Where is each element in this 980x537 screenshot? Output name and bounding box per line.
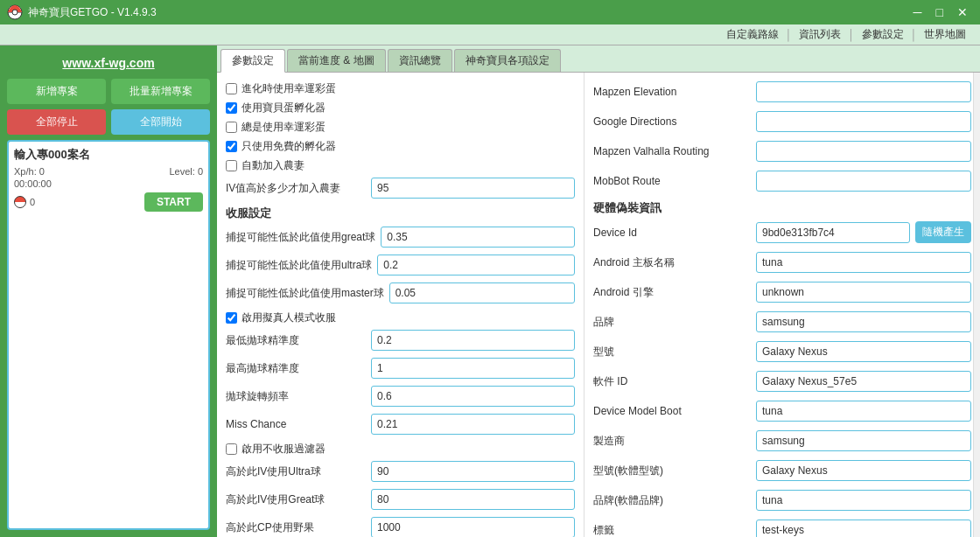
soft-model-row: 型號(軟體型號) <box>593 460 971 481</box>
miss-chance-label: Miss Chance <box>226 418 366 430</box>
throw-min-input[interactable] <box>371 330 575 351</box>
checkbox-free-incubator: 只使用免費的孵化器 <box>226 139 575 154</box>
profile-box: 輸入專000案名 Xp/h: 0 Level: 0 00:00:00 0 STA… <box>7 140 210 530</box>
mapzen-valhalla-row: Mapzen Valhalla Routing <box>593 141 971 162</box>
device-model-boot-label: Device Model Boot <box>593 405 751 417</box>
close-button[interactable]: ✕ <box>952 5 973 19</box>
minimize-button[interactable]: ─ <box>908 5 928 19</box>
manufacturer-label: 製造商 <box>593 434 751 449</box>
right-content-scroll: Mapzen Elevation Google Directions Mapze… <box>584 73 980 537</box>
manufacturer-row: 製造商 <box>593 430 971 451</box>
profile-xp: Xp/h: 0 <box>14 166 45 177</box>
google-directions-row: Google Directions <box>593 111 971 132</box>
android-engine-label: Android 引擎 <box>593 285 751 300</box>
android-engine-row: Android 引擎 <box>593 282 971 303</box>
soft-brand-row: 品牌(軟體品牌) <box>593 490 971 511</box>
device-id-input[interactable] <box>756 222 910 243</box>
checkbox-auto-farm: 自動加入農妻 <box>226 158 575 173</box>
soft-model-input[interactable] <box>756 460 971 481</box>
checkbox-catch-filter-label: 啟用不收服過濾器 <box>242 442 326 457</box>
tab-pokemon-settings[interactable]: 神奇寶貝各項設定 <box>454 49 561 72</box>
mapzen-valhalla-label: Mapzen Valhalla Routing <box>593 145 751 157</box>
tab-settings[interactable]: 參數設定 <box>220 49 285 73</box>
checkbox-evolve-lucky-input[interactable] <box>226 83 237 94</box>
cp-berry-input[interactable] <box>371 517 575 537</box>
checkbox-always-lucky-input[interactable] <box>226 122 237 133</box>
checkbox-always-lucky-label: 總是使用幸運彩蛋 <box>242 120 326 135</box>
brand-input[interactable] <box>756 311 971 332</box>
menu-bar: 自定義路線 │ 資訊列表 │ 參數設定 │ 世界地圖 <box>0 24 980 45</box>
android-board-row: Android 主板名稱 <box>593 252 971 273</box>
miss-chance-input[interactable] <box>371 414 575 435</box>
manufacturer-input[interactable] <box>756 430 971 451</box>
iv-farm-input[interactable] <box>371 178 575 199</box>
left-panel: www.xf-wg.com 新增專案 批量新增專案 全部停止 全部開始 輸入專0… <box>0 45 217 537</box>
checkbox-egg-incubator-label: 使用寶貝蛋孵化器 <box>242 101 326 115</box>
tab-info-overview[interactable]: 資訊總覽 <box>388 49 452 72</box>
maximize-button[interactable]: □ <box>931 5 948 19</box>
cp-berry-row: 高於此CP使用野果 <box>226 517 575 537</box>
android-engine-input[interactable] <box>756 282 971 303</box>
master-ball-input[interactable] <box>389 282 575 303</box>
spin-rate-label: 拋球旋轉頻率 <box>226 389 366 404</box>
tab-progress-map[interactable]: 當前進度 & 地圖 <box>287 49 386 72</box>
checkbox-evolve-lucky-label: 進化時使用幸運彩蛋 <box>242 81 336 96</box>
batch-new-button[interactable]: 批量新增專案 <box>111 79 210 104</box>
tags-input[interactable] <box>756 520 971 537</box>
start-button[interactable]: START <box>144 192 203 212</box>
title-bar-icon <box>7 4 23 20</box>
svg-point-1 <box>12 10 18 15</box>
great-ball-input[interactable] <box>381 227 575 248</box>
master-ball-label: 捕捉可能性低於此值使用master球 <box>226 286 384 301</box>
checkbox-egg-incubator-input[interactable] <box>226 102 237 114</box>
checkbox-free-incubator-input[interactable] <box>226 141 237 152</box>
menu-custom-route[interactable]: 自定義路線 <box>719 27 786 42</box>
menu-settings[interactable]: 參數設定 <box>855 27 911 42</box>
throw-max-row: 最高拋球精準度 <box>226 358 575 379</box>
menu-info-list[interactable]: 資訊列表 <box>792 27 848 42</box>
checkbox-auto-farm-input[interactable] <box>226 160 237 171</box>
iv-great-row: 高於此IV使用Great球 <box>226 489 575 510</box>
menu-world-map[interactable]: 世界地圖 <box>917 27 973 42</box>
soft-brand-label: 品牌(軟體品牌) <box>593 493 751 508</box>
new-expert-button[interactable]: 新增專案 <box>7 79 106 104</box>
checkbox-free-incubator-label: 只使用免費的孵化器 <box>242 139 336 154</box>
soft-brand-input[interactable] <box>756 490 971 511</box>
checkbox-always-lucky: 總是使用幸運彩蛋 <box>226 120 575 135</box>
checkbox-evolve-lucky: 進化時使用幸運彩蛋 <box>226 81 575 96</box>
mobbot-route-input[interactable] <box>756 171 971 192</box>
profile-stats: Xp/h: 0 Level: 0 <box>14 166 203 177</box>
iv-ultra-input[interactable] <box>371 461 575 482</box>
ultra-ball-input[interactable] <box>377 255 575 275</box>
checkbox-human-mode-label: 啟用擬真人模式收服 <box>242 310 336 325</box>
iv-ultra-row: 高於此IV使用Ultra球 <box>226 461 575 482</box>
pokeball-icon <box>14 196 26 208</box>
model-label: 型號 <box>593 345 751 359</box>
catch-section-label: 收服設定 <box>226 206 575 221</box>
checkbox-catch-filter: 啟用不收服過濾器 <box>226 442 575 457</box>
mapzen-elevation-input[interactable] <box>756 81 971 102</box>
checkbox-catch-filter-input[interactable] <box>226 443 237 455</box>
google-directions-input[interactable] <box>756 111 971 132</box>
spin-rate-input[interactable] <box>371 386 575 407</box>
content-area: 進化時使用幸運彩蛋 使用寶貝蛋孵化器 總是使用幸運彩蛋 只使用免費的孵化器 自動… <box>217 73 980 537</box>
iv-great-input[interactable] <box>371 489 575 510</box>
stop-all-button[interactable]: 全部停止 <box>7 109 106 135</box>
tags-label: 標籤 <box>593 523 751 538</box>
tags-row: 標籤 <box>593 520 971 537</box>
start-all-button[interactable]: 全部開始 <box>111 109 210 135</box>
android-board-input[interactable] <box>756 252 971 273</box>
device-model-boot-input[interactable] <box>756 401 971 422</box>
throw-min-label: 最低拋球精準度 <box>226 333 366 348</box>
profile-bottom: 0 START <box>14 192 203 212</box>
mapzen-valhalla-input[interactable] <box>756 141 971 162</box>
software-id-input[interactable] <box>756 371 971 392</box>
random-device-id-button[interactable]: 隨機產生 <box>915 221 971 243</box>
checkbox-human-mode: 啟用擬真人模式收服 <box>226 310 575 325</box>
throw-max-input[interactable] <box>371 358 575 379</box>
model-input[interactable] <box>756 341 971 362</box>
model-row: 型號 <box>593 341 971 362</box>
checkbox-human-mode-input[interactable] <box>226 312 237 324</box>
checkbox-auto-farm-label: 自動加入農妻 <box>242 158 304 173</box>
profile-level: Level: 0 <box>169 166 203 177</box>
